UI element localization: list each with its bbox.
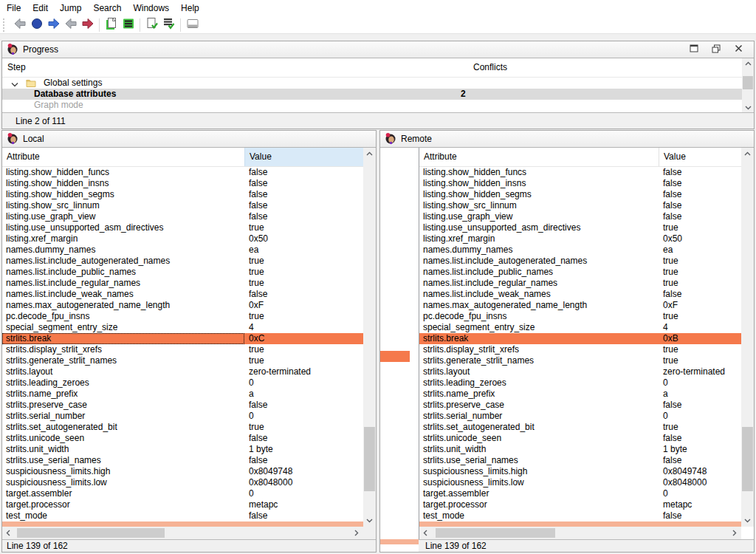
prev-conflict-button[interactable] xyxy=(62,17,79,33)
scroll-right-icon[interactable] xyxy=(729,527,740,539)
attribute-row[interactable]: suspiciousness_limits.high0x8049748 xyxy=(2,466,363,477)
attribute-row[interactable]: suspiciousness_limits.low0x8048000 xyxy=(2,477,363,488)
nav-forward-button[interactable] xyxy=(45,17,62,33)
scrollbar-thumb[interactable] xyxy=(436,528,555,538)
attribute-row[interactable]: strlits.serial_number0 xyxy=(2,411,363,422)
value-column-header[interactable]: Value xyxy=(244,148,363,166)
attribute-row[interactable]: strlits.unicode_seenfalse xyxy=(419,433,741,444)
attribute-row[interactable]: names.max_autogenerated_name_length0xF xyxy=(2,300,363,311)
attribute-row[interactable]: strlits.leading_zeroes0 xyxy=(419,377,741,389)
attribute-row[interactable]: listing.xref_margin0x50 xyxy=(419,233,741,244)
attribute-row[interactable]: names.dummy_namesea xyxy=(419,244,741,256)
attribute-row[interactable]: strlits.layoutzero-terminated xyxy=(2,366,363,377)
attribute-row[interactable]: listing.xref_margin0x50 xyxy=(2,233,363,244)
menu-help[interactable]: Help xyxy=(175,1,205,16)
step-column-header[interactable]: Step xyxy=(7,58,26,77)
remote-titlebar[interactable]: Remote xyxy=(380,131,754,148)
menu-edit[interactable]: Edit xyxy=(27,1,54,16)
attribute-column-header[interactable]: Attribute xyxy=(7,148,40,166)
tree-row[interactable]: Database attributes2 xyxy=(2,89,742,100)
attribute-row[interactable]: listing.use_graph_viewfalse xyxy=(2,211,363,222)
attribute-row[interactable]: listing.use_unsupported_asm_directivestr… xyxy=(2,222,363,233)
attribute-row[interactable]: pc.decode_fpu_insnstrue xyxy=(2,311,363,322)
scroll-down-icon[interactable] xyxy=(742,103,754,112)
progress-titlebar[interactable]: Progress xyxy=(2,41,754,58)
tree-vertical-scrollbar[interactable] xyxy=(742,58,754,112)
attribute-row[interactable]: names.list.include_regular_namestrue xyxy=(2,278,363,289)
attribute-row[interactable]: suspiciousness_limits.high0x8049748 xyxy=(419,466,741,477)
attribute-row[interactable]: strlits.preserve_casefalse xyxy=(2,400,363,411)
toolbar-drag-handle[interactable] xyxy=(3,18,7,32)
attribute-row[interactable]: strlits.unit_width1 byte xyxy=(419,444,741,455)
attribute-row[interactable]: listing.show_src_linnumfalse xyxy=(2,200,363,211)
scroll-down-icon[interactable] xyxy=(741,515,754,527)
scrollbar-thumb[interactable] xyxy=(743,76,753,89)
document-check-button[interactable] xyxy=(143,17,160,33)
conflict-marker-partial[interactable] xyxy=(380,539,419,544)
next-conflict-button[interactable] xyxy=(79,17,96,33)
attribute-row[interactable]: names.list.include_regular_namestrue xyxy=(419,278,741,289)
attribute-row[interactable]: pc.decode_fpu_insnstrue xyxy=(419,311,741,322)
attribute-row[interactable]: listing.show_hidden_funcsfalse xyxy=(419,167,741,178)
conflicts-column-header[interactable]: Conflicts xyxy=(473,58,507,77)
document-button[interactable] xyxy=(103,17,120,33)
remote-vertical-scrollbar[interactable] xyxy=(741,148,754,527)
scrollbar-thumb[interactable] xyxy=(17,528,165,538)
scroll-right-icon[interactable] xyxy=(351,527,362,539)
attribute-column-header[interactable]: Attribute xyxy=(424,148,457,166)
attribute-row[interactable]: listing.use_graph_viewfalse xyxy=(419,211,741,222)
attribute-row[interactable]: strlits.use_serial_namesfalse xyxy=(2,455,363,466)
windows-button[interactable] xyxy=(184,17,201,33)
scroll-left-icon[interactable] xyxy=(2,527,14,539)
local-vertical-scrollbar[interactable] xyxy=(363,148,376,527)
attribute-row[interactable]: special_segment_entry_size4 xyxy=(419,322,741,333)
attribute-row[interactable]: listing.use_unsupported_asm_directivestr… xyxy=(419,222,741,233)
attribute-row[interactable]: strlits.break0xC xyxy=(2,333,363,344)
attribute-row[interactable]: listing.show_hidden_insnsfalse xyxy=(2,178,363,189)
attribute-row[interactable]: strlits.generate_strlit_namestrue xyxy=(2,355,363,366)
attribute-row[interactable]: suspiciousness_limits.low0x8048000 xyxy=(419,477,741,488)
attribute-row[interactable]: test_modefalse xyxy=(419,510,741,521)
scroll-left-icon[interactable] xyxy=(419,527,431,539)
attribute-row[interactable]: names.list.include_weak_namesfalse xyxy=(2,289,363,300)
scroll-up-icon[interactable] xyxy=(742,58,754,68)
attribute-row[interactable]: names.list.include_weak_namesfalse xyxy=(419,289,741,300)
restore-button[interactable] xyxy=(711,44,721,55)
attribute-row[interactable]: target.assembler0 xyxy=(2,488,363,499)
attribute-row[interactable]: strlits.display_strlit_xrefstrue xyxy=(419,344,741,355)
attribute-row[interactable]: listing.show_hidden_insnsfalse xyxy=(419,178,741,189)
nav-back-button[interactable] xyxy=(11,17,28,33)
local-titlebar[interactable]: Local xyxy=(2,131,376,148)
attribute-row[interactable]: strlits.name_prefixa xyxy=(2,389,363,400)
attribute-row[interactable]: target.processormetapc xyxy=(2,499,363,510)
attribute-row[interactable]: listing.show_hidden_segmsfalse xyxy=(419,189,741,200)
tree-row[interactable]: Global settings xyxy=(2,78,742,89)
attribute-row[interactable]: strlits.preserve_casefalse xyxy=(419,400,741,411)
attribute-row[interactable]: strlits.leading_zeroes0 xyxy=(2,377,363,389)
attribute-row[interactable]: listing.show_hidden_funcsfalse xyxy=(2,167,363,178)
attribute-row[interactable]: strlits.serial_number0 xyxy=(419,411,741,422)
maximize-button[interactable] xyxy=(689,44,699,55)
tree-row[interactable]: Graph mode xyxy=(2,100,742,111)
current-position-button[interactable] xyxy=(28,17,45,33)
menu-search[interactable]: Search xyxy=(87,1,127,16)
attribute-row[interactable]: target.processormetapc xyxy=(419,499,741,510)
attribute-row[interactable]: strlits.use_serial_namesfalse xyxy=(419,455,741,466)
attribute-row[interactable]: names.list.include_autogenerated_namestr… xyxy=(419,256,741,267)
attribute-row[interactable]: strlits.unicode_seenfalse xyxy=(2,433,363,444)
remote-horizontal-scrollbar[interactable] xyxy=(419,527,741,539)
local-horizontal-scrollbar[interactable] xyxy=(2,527,376,539)
attribute-row[interactable]: special_segment_entry_size4 xyxy=(2,322,363,333)
attribute-row[interactable]: strlits.break0xB xyxy=(419,333,741,344)
database-check-button[interactable] xyxy=(160,17,177,33)
value-column-header[interactable]: Value xyxy=(659,148,742,166)
attribute-row[interactable]: strlits.display_strlit_xrefstrue xyxy=(2,344,363,355)
attribute-row[interactable]: target.assembler0 xyxy=(419,488,741,499)
scroll-up-icon[interactable] xyxy=(363,148,376,160)
scrollbar-thumb[interactable] xyxy=(364,427,375,491)
menu-jump[interactable]: Jump xyxy=(54,1,87,16)
attribute-row[interactable]: strlits.generate_strlit_namestrue xyxy=(419,355,741,366)
conflict-marker[interactable] xyxy=(380,351,410,362)
attribute-row[interactable]: test_modefalse xyxy=(2,510,363,521)
clipped-conflict-row[interactable] xyxy=(419,521,741,527)
